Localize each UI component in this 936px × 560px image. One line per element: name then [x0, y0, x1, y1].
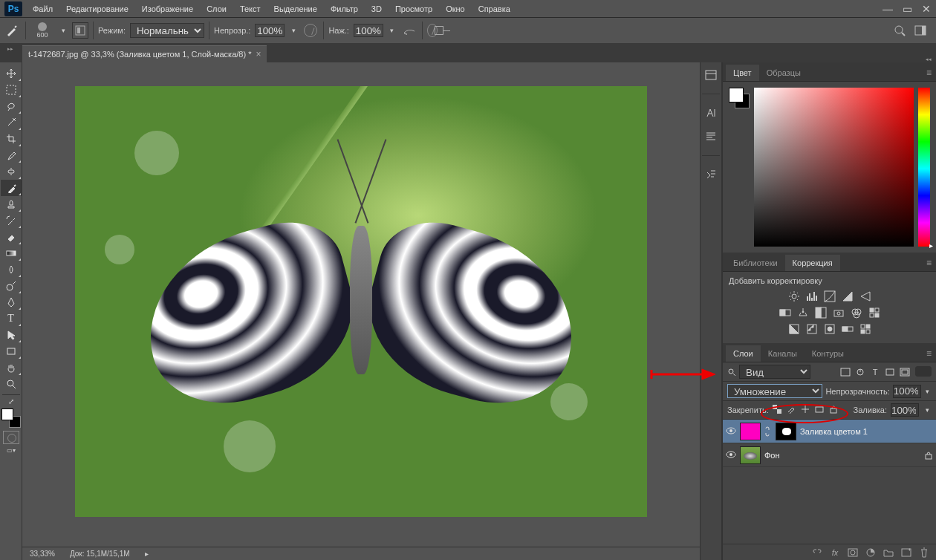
tab-swatches[interactable]: Образцы: [759, 65, 808, 81]
screen-mode-toggle[interactable]: ▭▾: [7, 447, 16, 454]
document-close-icon[interactable]: ×: [256, 49, 261, 59]
opacity-input[interactable]: [255, 24, 285, 37]
quick-mask-toggle[interactable]: [3, 431, 19, 444]
mask-link-icon[interactable]: [764, 426, 772, 437]
tab-paths[interactable]: Контуры: [805, 345, 851, 362]
opacity-arrow[interactable]: ▾: [289, 27, 298, 34]
flow-arrow[interactable]: ▾: [388, 27, 397, 34]
character-panel-icon[interactable]: [703, 105, 719, 121]
brightness-icon[interactable]: [787, 290, 801, 303]
selective-color-icon[interactable]: [859, 322, 872, 336]
minimize-button[interactable]: —: [878, 1, 897, 16]
artboard[interactable]: [75, 86, 647, 517]
adjustment-layer-icon[interactable]: [865, 547, 877, 559]
layer-thumb-fill[interactable]: [740, 423, 761, 440]
adjustments-panel-menu-icon[interactable]: ≡: [922, 255, 936, 271]
zoom-tool[interactable]: [1, 376, 22, 392]
stamp-tool[interactable]: [1, 196, 22, 212]
move-tool[interactable]: [1, 65, 22, 82]
filter-smart-icon[interactable]: [899, 366, 911, 378]
filter-toggle[interactable]: [915, 366, 932, 377]
visibility-toggle[interactable]: [726, 450, 736, 460]
layers-panel-menu-icon[interactable]: ≡: [922, 345, 936, 362]
color-field[interactable]: [754, 88, 914, 247]
layer-opacity-input[interactable]: [893, 385, 921, 398]
menu-layers[interactable]: Слои: [201, 1, 233, 16]
hue-icon[interactable]: [779, 306, 792, 319]
blur-tool[interactable]: [1, 261, 22, 278]
dodge-tool[interactable]: [1, 278, 22, 294]
path-select-tool[interactable]: [1, 327, 22, 343]
tab-layers[interactable]: Слои: [726, 345, 761, 362]
blend-mode-select[interactable]: Нормальный: [130, 23, 204, 38]
canvas-area[interactable]: [22, 62, 700, 547]
group-icon[interactable]: [883, 547, 894, 559]
layer-thumb-image[interactable]: [740, 446, 761, 464]
doc-size-info[interactable]: Док: 15,1M/15,1M: [70, 550, 130, 558]
tab-channels[interactable]: Каналы: [761, 345, 805, 362]
menu-file[interactable]: Файл: [27, 1, 59, 16]
menu-view[interactable]: Просмотр: [389, 1, 438, 16]
close-button[interactable]: ✕: [917, 1, 936, 16]
posterize-icon[interactable]: [805, 322, 819, 336]
eraser-tool[interactable]: [1, 229, 22, 245]
brush-tool[interactable]: [1, 180, 22, 196]
curves-icon[interactable]: [823, 290, 836, 303]
menu-help[interactable]: Справка: [472, 1, 516, 16]
gradient-map-icon[interactable]: [841, 322, 854, 336]
history-brush-tool[interactable]: [1, 212, 22, 229]
fill-input[interactable]: [891, 403, 919, 417]
menu-window[interactable]: Окно: [440, 1, 471, 16]
layer-name[interactable]: Фон: [764, 451, 780, 460]
hand-tool[interactable]: [1, 359, 22, 376]
layer-filter-kind[interactable]: Вид: [739, 365, 810, 379]
rectangle-tool[interactable]: [1, 343, 22, 359]
visibility-toggle[interactable]: [726, 426, 736, 437]
menu-edit[interactable]: Редактирование: [60, 1, 134, 16]
photo-filter-icon[interactable]: [832, 306, 845, 319]
menu-image[interactable]: Изображение: [136, 1, 199, 16]
brush-preset-arrow[interactable]: ▾: [59, 27, 68, 34]
current-tool-icon[interactable]: [3, 22, 21, 39]
menu-filter[interactable]: Фильтр: [325, 1, 364, 16]
filter-shape-icon[interactable]: [884, 366, 896, 378]
layer-row-background[interactable]: Фон: [723, 443, 936, 467]
marquee-tool[interactable]: [1, 82, 22, 98]
type-tool[interactable]: T: [1, 310, 22, 327]
filter-adjust-icon[interactable]: [854, 366, 866, 378]
levels-icon[interactable]: [805, 290, 819, 303]
hue-slider[interactable]: [918, 88, 930, 247]
layer-thumb-mask[interactable]: [776, 423, 796, 440]
filter-pixel-icon[interactable]: [839, 366, 851, 378]
layer-name[interactable]: Заливка цветом 1: [800, 427, 868, 436]
layer-mask-icon[interactable]: [847, 547, 859, 559]
threshold-icon[interactable]: [823, 322, 836, 336]
color-lookup-icon[interactable]: [868, 306, 881, 319]
magic-wand-tool[interactable]: [1, 114, 22, 131]
layer-row-fill[interactable]: Заливка цветом 1: [723, 420, 936, 443]
menu-text[interactable]: Текст: [234, 1, 267, 16]
filter-search-icon[interactable]: [727, 368, 736, 377]
gradient-tool[interactable]: [1, 245, 22, 261]
menu-select[interactable]: Выделение: [268, 1, 323, 16]
search-icon[interactable]: [891, 22, 908, 39]
channel-mixer-icon[interactable]: [850, 306, 863, 319]
color-panel-menu-icon[interactable]: ≡: [922, 65, 936, 81]
new-layer-icon[interactable]: [900, 547, 912, 559]
healing-tool[interactable]: [1, 163, 22, 180]
color-panel-swatches[interactable]: [729, 88, 750, 108]
flow-input[interactable]: [354, 24, 383, 37]
bw-icon[interactable]: [814, 306, 828, 319]
expand-dock-icon[interactable]: ▸▸: [7, 46, 13, 52]
brush-panel-toggle[interactable]: [72, 22, 88, 39]
doc-info-arrow[interactable]: ▸: [145, 550, 149, 558]
swap-colors-icon[interactable]: ⤢: [2, 397, 20, 406]
link-layers-icon[interactable]: [811, 547, 823, 559]
lasso-tool[interactable]: [1, 98, 22, 114]
eyedropper-tool[interactable]: [1, 147, 22, 163]
pressure-opacity-icon[interactable]: [302, 22, 319, 39]
opacity-dropdown-arrow[interactable]: ▾: [924, 388, 932, 395]
document-tab[interactable]: t-1472687.jpg @ 33,3% (Заливка цветом 1,…: [22, 45, 267, 62]
vibrance-icon[interactable]: [859, 290, 872, 303]
crop-tool[interactable]: [1, 131, 22, 147]
